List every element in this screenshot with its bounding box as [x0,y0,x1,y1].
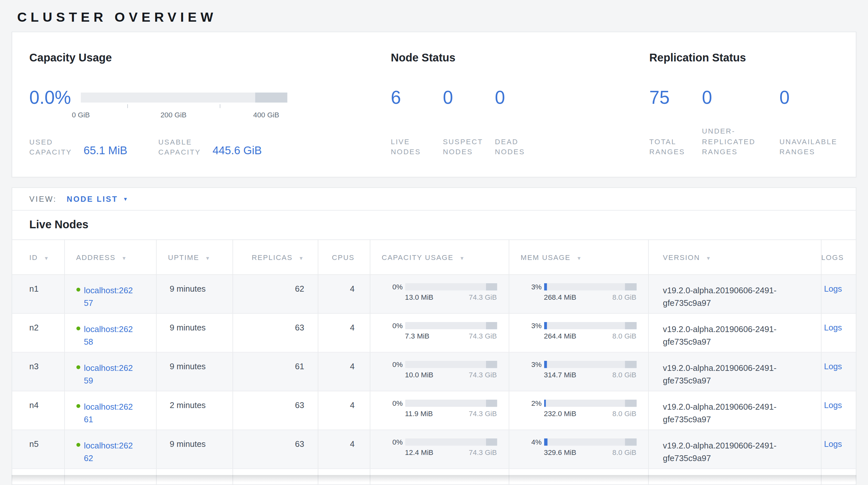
live-nodes-value: 6 [391,88,443,107]
node-version-cell: v19.2.0-alpha.20190606-2491-gfe735c9a97 [648,391,821,430]
capacity-usage-cell: 0% 12.4 MiB 74.3 GiB [370,430,508,468]
axis-label: 200 GiB [160,111,187,119]
suspect-nodes-stat: 0 SUSPECT NODES [443,88,495,157]
mem-percent-label: 4% [521,438,541,446]
node-cpus-cell: 4 [318,352,370,391]
logs-link[interactable]: Logs [824,439,842,449]
view-selector-bar: VIEW: NODE LIST ▼ [11,187,857,210]
node-logs-cell: Logs [821,430,856,468]
node-address-link[interactable]: localhost:26261 [84,400,136,426]
used-capacity-value: 65.1 MiB [84,144,127,157]
column-header-version[interactable]: VERSION ▼ [648,239,821,275]
node-address-link[interactable]: localhost:26257 [84,284,136,310]
capacity-usage-cell: 0% 11.9 MiB 74.3 GiB [370,391,508,430]
sort-caret-icon: ▼ [121,255,127,261]
table-header-row: ID ▼ ADDRESS ▼ UPTIME ▼ REPLICAS ▼ [12,239,856,275]
node-cpus-cell: 4 [318,391,370,430]
table-row: n2 localhost:26258 9 minutes 63 4 0% [12,313,856,352]
live-nodes-table: ID ▼ ADDRESS ▼ UPTIME ▼ REPLICAS ▼ [12,239,856,485]
node-replicas-cell: 63 [232,313,318,352]
node-address-link[interactable]: localhost:26259 [84,362,136,387]
column-header-mem-usage[interactable]: MEM USAGE ▼ [508,239,648,275]
table-row: n4 localhost:26261 2 minutes 63 4 0% [12,391,856,430]
node-cpus-cell: 4 [318,313,370,352]
node-address-cell: localhost:26262 [64,430,156,468]
logs-link[interactable]: Logs [824,323,842,332]
capacity-total-value: 74.3 GiB [469,449,497,457]
view-dropdown[interactable]: NODE LIST ▼ [66,195,129,203]
node-live-dot-icon [76,288,80,292]
column-header-uptime[interactable]: UPTIME ▼ [156,239,232,275]
table-row: n1 localhost:26257 9 minutes 62 4 0% [12,275,856,313]
node-id-cell: n1 [12,275,64,313]
node-status-title: Node Status [391,51,638,64]
mem-percent-label: 3% [521,321,541,330]
mem-percent-label: 2% [521,399,541,407]
mem-used-value: 314.7 MiB [544,371,576,379]
column-header-address[interactable]: ADDRESS ▼ [64,239,156,275]
sort-caret-icon: ▼ [299,255,304,261]
node-version-cell: v19.2.0-alpha.20190606-2491-gfe735c9a97 [648,275,821,313]
mem-usage-bar [544,438,636,446]
unavailable-ranges-value: 0 [779,88,851,107]
mem-percent-label: 3% [521,283,541,291]
logs-link[interactable]: Logs [824,284,842,293]
node-live-dot-icon [76,404,80,408]
capacity-usage-bar [405,400,497,407]
column-header-cpus: CPUS [318,239,370,275]
column-header-replicas[interactable]: REPLICAS ▼ [232,239,318,275]
live-nodes-stat: 6 LIVE NODES [391,88,443,157]
column-header-capacity-usage[interactable]: CAPACITY USAGE ▼ [370,239,508,275]
mem-usage-bar [544,400,636,407]
usable-capacity-value: 445.6 GiB [213,144,261,157]
node-address-link[interactable]: localhost:26258 [84,323,136,348]
node-version-cell: v19.2.0-alpha.20190606-2491-gfe735c9a97 [648,313,821,352]
node-replicas-cell: 63 [232,430,318,468]
node-cpus-cell: 4 [318,275,370,313]
table-row: n5 localhost:26262 9 minutes 63 4 0% [12,430,856,468]
axis-tick [220,104,221,108]
capacity-usage-cell: 0% 10.0 MiB 74.3 GiB [370,352,508,391]
mem-usage-cell: 3% 314.7 MiB 8.0 GiB [508,352,648,391]
mem-total-value: 8.0 GiB [612,293,636,302]
mem-usage-cell: 3% 264.4 MiB 8.0 GiB [508,313,648,352]
axis-tick [127,104,128,108]
logs-link[interactable]: Logs [824,362,842,371]
node-id-cell: n4 [12,391,64,430]
node-address-link[interactable]: localhost:26262 [84,439,136,465]
node-replicas-cell: 62 [232,275,318,313]
total-ranges-value: 75 [649,88,702,107]
view-dropdown-value: NODE LIST [66,195,118,203]
mem-usage-bar [544,361,636,368]
sort-caret-icon: ▼ [460,255,465,261]
capacity-total-value: 74.3 GiB [469,371,497,379]
node-uptime-cell: 9 minutes [156,430,232,468]
mem-usage-cell: 3% 268.4 MiB 8.0 GiB [508,275,648,313]
sort-caret-icon: ▼ [706,255,711,261]
node-uptime-cell: 2 minutes [156,391,232,430]
node-live-dot-icon [76,326,80,331]
column-header-id[interactable]: ID ▼ [12,239,64,275]
capacity-percent-label: 0% [382,360,403,369]
capacity-used-value: 7.3 MiB [405,332,430,340]
axis-label: 400 GiB [253,111,279,119]
usable-capacity-label: USABLE CAPACITY [158,137,207,157]
capacity-total-value: 74.3 GiB [469,293,497,302]
mem-total-value: 8.0 GiB [612,371,636,379]
capacity-used-value: 11.9 MiB [405,410,433,418]
node-address-cell: localhost:26258 [64,313,156,352]
capacity-percent-label: 0% [382,321,403,330]
logs-link[interactable]: Logs [824,400,842,410]
used-capacity-label: USED CAPACITY [29,137,78,157]
dead-nodes-label: DEAD NODES [495,137,538,157]
node-version-cell: v19.2.0-alpha.20190606-2491-gfe735c9a97 [648,430,821,468]
capacity-bar: 0 GiB 200 GiB 400 GiB [81,92,287,102]
node-replicas-cell: 63 [232,391,318,430]
chevron-down-icon: ▼ [123,196,129,202]
node-version-cell: v19.2.0-alpha.20190606-2491-gfe735c9a97 [648,352,821,391]
column-header-logs: LOGS [821,239,856,275]
total-ranges-label: TOTAL RANGES [649,137,693,157]
node-logs-cell: Logs [821,352,856,391]
replication-status-section: Replication Status 75 TOTAL RANGES 0 UND… [638,32,856,176]
mem-usage-cell: 4% 329.6 MiB 8.0 GiB [508,430,648,468]
